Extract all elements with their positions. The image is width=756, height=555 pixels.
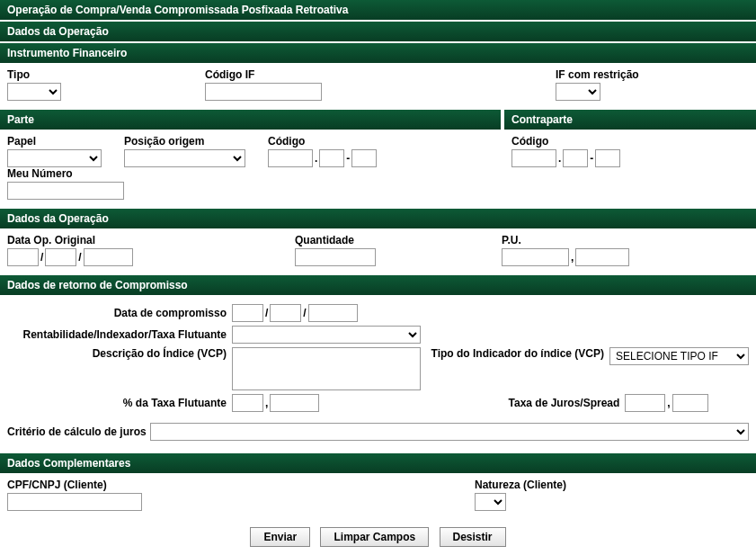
input-taxa-juros-int[interactable] — [625, 394, 665, 412]
select-natureza[interactable] — [475, 493, 506, 511]
desistir-button[interactable]: Desistir — [440, 527, 506, 547]
label-codigo-if: Código IF — [205, 68, 538, 81]
select-tipo[interactable] — [7, 83, 61, 101]
enviar-button[interactable]: Enviar — [250, 527, 310, 547]
label-pu: P.U. — [502, 234, 629, 246]
sep-dash: - — [590, 152, 593, 165]
sep-comma: , — [265, 397, 268, 409]
label-meu-numero: Meu Número — [7, 167, 124, 180]
section-instrumento-financeiro: Instrumento Financeiro — [0, 43, 756, 63]
label-cpf-cnpj: CPF/CNPJ (Cliente) — [7, 479, 457, 491]
section-retorno-compromisso: Dados de retorno de Compromisso — [0, 275, 756, 295]
label-descricao-vcp: Descrição do Índice (VCP) — [7, 347, 232, 360]
label-contraparte-codigo: Código — [511, 135, 731, 148]
label-rentabilidade: Rentabilidade/Indexador/Taxa Flutuante — [7, 328, 232, 341]
section-contraparte: Contraparte — [504, 110, 756, 130]
input-data-original-d[interactable] — [7, 248, 39, 266]
input-pct-taxa-dec[interactable] — [270, 394, 319, 412]
label-criterio-calculo: Critério de cálculo de juros — [7, 425, 150, 438]
sep-dot: . — [315, 152, 317, 165]
sep-comma: , — [667, 397, 670, 409]
input-parte-codigo-2[interactable] — [319, 149, 344, 167]
section-dados-complementares: Dados Complementares — [0, 453, 756, 473]
input-pu-int[interactable] — [502, 248, 569, 266]
textarea-descricao-vcp[interactable] — [232, 347, 421, 390]
input-contraparte-codigo-2[interactable] — [563, 149, 588, 167]
input-pct-taxa-int[interactable] — [232, 394, 263, 412]
input-data-original-y[interactable] — [84, 248, 133, 266]
section-parte: Parte — [0, 110, 501, 130]
input-parte-codigo-3[interactable] — [351, 149, 377, 167]
input-parte-codigo-1[interactable] — [268, 149, 313, 167]
label-data-original: Data Op. Original — [7, 234, 277, 246]
sep-slash: / — [40, 251, 43, 264]
label-natureza: Natureza (Cliente) — [475, 479, 566, 491]
input-contraparte-codigo-3[interactable] — [595, 149, 620, 167]
section-dados-operacao-1: Dados da Operação — [0, 22, 756, 41]
label-tipo: Tipo — [7, 68, 187, 81]
label-papel: Papel — [7, 135, 106, 148]
input-meu-numero[interactable] — [7, 182, 124, 200]
label-data-compromisso: Data de compromisso — [7, 307, 232, 319]
sep-slash: / — [78, 251, 81, 264]
input-pu-dec[interactable] — [575, 248, 629, 266]
sep-slash: / — [303, 307, 306, 319]
select-rentabilidade[interactable] — [232, 326, 421, 344]
input-data-compromisso-y[interactable] — [308, 304, 358, 322]
label-tipo-indicador-vcp: Tipo do Indicador do índice (VCP) — [421, 347, 609, 360]
label-taxa-juros-spread: Taxa de Juros/Spread — [319, 397, 625, 409]
input-data-compromisso-d[interactable] — [232, 304, 263, 322]
input-taxa-juros-dec[interactable] — [672, 394, 708, 412]
sep-slash: / — [265, 307, 268, 319]
sep-comma: , — [571, 251, 574, 264]
sep-dash: - — [346, 152, 350, 165]
select-posicao-origem[interactable] — [124, 149, 245, 167]
select-if-restricao[interactable] — [556, 83, 600, 101]
input-cpf-cnpj[interactable] — [7, 493, 142, 511]
select-papel[interactable] — [7, 149, 102, 167]
input-codigo-if[interactable] — [205, 83, 322, 101]
label-quantidade: Quantidade — [295, 234, 484, 246]
select-tipo-indicador-vcp[interactable]: SELECIONE TIPO IF — [609, 347, 749, 365]
label-parte-codigo: Código — [268, 135, 394, 148]
sep-dot: . — [558, 152, 561, 165]
label-pct-taxa-flutuante: % da Taxa Flutuante — [7, 397, 232, 409]
input-data-original-m[interactable] — [45, 248, 76, 266]
section-dados-operacao-2: Dados da Operação — [0, 209, 756, 228]
input-quantidade[interactable] — [295, 248, 376, 266]
limpar-campos-button[interactable]: Limpar Campos — [320, 527, 429, 547]
input-contraparte-codigo-1[interactable] — [511, 149, 556, 167]
input-data-compromisso-m[interactable] — [270, 304, 301, 322]
select-criterio-calculo[interactable] — [150, 423, 749, 441]
label-posicao-origem: Posição origem — [124, 135, 250, 148]
title-bar: Operação de Compra/Venda Compromissada P… — [0, 0, 756, 20]
label-if-restricao: IF com restrição — [556, 68, 639, 81]
